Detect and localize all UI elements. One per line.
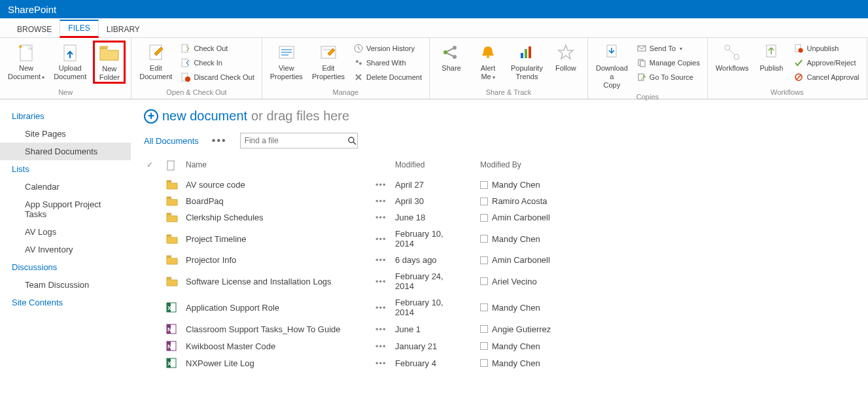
row-name[interactable]: Clerkship Schedules xyxy=(183,209,373,226)
row-select[interactable] xyxy=(144,209,164,226)
shared-with-button[interactable]: Shared With xyxy=(351,56,424,69)
col-name[interactable]: Name xyxy=(183,156,373,177)
edit-document-button[interactable]: Edit Document xyxy=(137,41,175,82)
user-presence-icon xyxy=(480,303,488,311)
col-modified-by[interactable]: Modified By xyxy=(477,156,608,177)
col-modified[interactable]: Modified xyxy=(392,156,464,177)
go-to-source-button[interactable]: Go To Source xyxy=(634,71,702,84)
cancel-approval-button[interactable]: Cancel Approval xyxy=(791,71,861,84)
row-menu[interactable]: ••• xyxy=(373,209,392,226)
sidebar-site-pages[interactable]: Site Pages xyxy=(0,125,131,143)
sidebar-av-logs[interactable]: AV Logs xyxy=(0,223,131,241)
row-modified: February 10, 2014 xyxy=(392,226,464,252)
row-menu[interactable]: ••• xyxy=(373,177,392,193)
row-select[interactable] xyxy=(144,226,164,252)
sidebar-shared-documents[interactable]: Shared Documents xyxy=(0,143,131,160)
row-select[interactable] xyxy=(144,177,164,193)
new-document-hero[interactable]: + new document or drag files here xyxy=(144,109,855,124)
view-properties-button[interactable]: View Properties xyxy=(268,41,305,82)
document-table: ✓ Name Modified Modified By AV source co… xyxy=(144,156,855,371)
alert-me-button[interactable]: Alert Me▾ xyxy=(472,41,504,82)
sidebar-libraries[interactable]: Libraries xyxy=(0,107,131,125)
share-button[interactable]: Share xyxy=(435,41,468,74)
tab-files[interactable]: FILES xyxy=(60,20,98,38)
discard-checkout-button[interactable]: Discard Check Out xyxy=(179,71,256,84)
delete-document-button[interactable]: Delete Document xyxy=(351,71,424,84)
row-select[interactable] xyxy=(144,320,164,337)
row-modified-by[interactable]: Mandy Chen xyxy=(477,354,608,371)
follow-button[interactable]: Follow xyxy=(549,41,582,74)
row-select[interactable] xyxy=(144,354,164,371)
sidebar-av-inventory[interactable]: AV Inventory xyxy=(0,241,131,258)
row-menu[interactable]: ••• xyxy=(373,294,392,320)
row-select[interactable] xyxy=(144,193,164,209)
sidebar-lists[interactable]: Lists xyxy=(0,160,131,178)
ribbon-group-workflows-label: Workflows xyxy=(713,87,861,97)
row-name[interactable]: BoardPaq xyxy=(183,193,373,209)
row-name[interactable]: Classroom Support Tasks_How To Guide xyxy=(183,320,373,337)
download-copy-button[interactable]: Download a Copy xyxy=(593,41,631,92)
view-ellipsis-menu[interactable]: ••• xyxy=(212,135,227,147)
row-modified-by[interactable]: Ariel Vecino xyxy=(477,268,608,294)
sidebar-team-discussion[interactable]: Team Discussion xyxy=(0,276,131,294)
row-type-icon: N xyxy=(164,320,183,337)
row-select[interactable] xyxy=(144,268,164,294)
manage-copies-button[interactable]: Manage Copies xyxy=(634,56,702,69)
new-document-button[interactable]: ✦ New Document▾ xyxy=(5,41,47,82)
row-modified-by[interactable]: Amin Carbonell xyxy=(477,209,608,226)
row-name[interactable]: NXPower Lite Log xyxy=(183,354,373,371)
row-name[interactable]: Software License and Installation Logs xyxy=(183,268,373,294)
row-select[interactable] xyxy=(144,252,164,268)
upload-document-button[interactable]: Upload Document xyxy=(51,41,89,82)
row-modified-by[interactable]: Angie Gutierrez xyxy=(477,320,608,337)
row-modified-by[interactable]: Amin Carbonell xyxy=(477,252,608,268)
unpublish-button[interactable]: Unpublish xyxy=(791,42,861,55)
check-out-label: Check Out xyxy=(194,44,228,52)
tab-library[interactable]: LIBRARY xyxy=(99,21,148,37)
send-to-button[interactable]: Send To▾ xyxy=(634,42,702,55)
row-modified-by[interactable]: Mandy Chen xyxy=(477,177,608,193)
publish-button[interactable]: Publish xyxy=(755,41,788,74)
row-modified-by[interactable]: Mandy Chen xyxy=(477,337,608,354)
sidebar-discussions[interactable]: Discussions xyxy=(0,258,131,276)
row-modified-by[interactable]: Mandy Chen xyxy=(477,226,608,252)
check-out-button[interactable]: Check Out xyxy=(179,42,256,55)
search-button[interactable] xyxy=(347,136,357,145)
ribbon-group-new: ✦ New Document▾ Upload Document New Fold… xyxy=(0,38,131,99)
edit-properties-button[interactable]: Edit Properties xyxy=(309,41,347,82)
row-name[interactable]: AV source code xyxy=(183,177,373,193)
row-select[interactable] xyxy=(144,294,164,320)
row-menu[interactable]: ••• xyxy=(373,252,392,268)
row-name[interactable]: Kwikboost Master Code xyxy=(183,337,373,354)
row-name[interactable]: Projector Info xyxy=(183,252,373,268)
row-menu[interactable]: ••• xyxy=(373,337,392,354)
check-in-button[interactable]: Check In xyxy=(179,56,256,69)
approve-reject-button[interactable]: Approve/Reject xyxy=(791,56,861,69)
svg-point-17 xyxy=(443,50,447,54)
row-spacer xyxy=(464,177,477,193)
row-spacer xyxy=(464,320,477,337)
view-name[interactable]: All Documents xyxy=(144,136,199,146)
row-name[interactable]: Application Support Role xyxy=(183,294,373,320)
row-modified-by[interactable]: Ramiro Acosta xyxy=(477,193,608,209)
popularity-button[interactable]: Popularity Trends xyxy=(508,41,546,82)
row-name[interactable]: Project Timeline xyxy=(183,226,373,252)
workflows-button[interactable]: Workflows xyxy=(713,41,752,74)
new-folder-button[interactable]: New Folder xyxy=(93,41,126,84)
row-menu[interactable]: ••• xyxy=(373,193,392,209)
row-select[interactable] xyxy=(144,337,164,354)
search-input[interactable] xyxy=(241,136,347,145)
sidebar-calendar[interactable]: Calendar xyxy=(0,178,131,196)
version-history-button[interactable]: Version History xyxy=(351,42,424,55)
view-properties-icon xyxy=(276,42,297,63)
row-menu[interactable]: ••• xyxy=(373,226,392,252)
row-modified-by[interactable]: Mandy Chen xyxy=(477,294,608,320)
sidebar-site-contents[interactable]: Site Contents xyxy=(0,294,131,311)
row-menu[interactable]: ••• xyxy=(373,354,392,371)
col-select[interactable]: ✓ xyxy=(144,156,164,177)
new-folder-label: New Folder xyxy=(99,65,120,82)
tab-browse[interactable]: BROWSE xyxy=(9,21,60,37)
sidebar-app-support[interactable]: App Support Project Tasks xyxy=(0,196,131,223)
row-menu[interactable]: ••• xyxy=(373,268,392,294)
row-menu[interactable]: ••• xyxy=(373,320,392,337)
